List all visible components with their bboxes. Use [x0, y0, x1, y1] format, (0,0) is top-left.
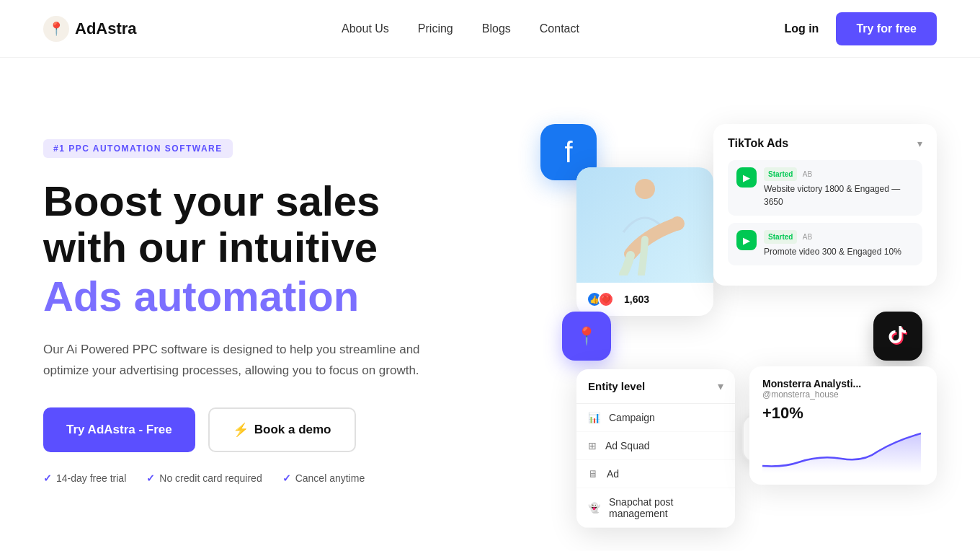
svg-point-1	[670, 216, 685, 231]
analytics-chart	[762, 430, 924, 473]
entity-label: Entity level	[588, 380, 645, 392]
tiktok-badge-started-2: Started	[764, 230, 797, 244]
hero-section: #1 PPC AUTOMATION SOFTWARE Boost your sa…	[0, 58, 980, 551]
hero-title-line1: Boost your sales	[43, 177, 380, 224]
tiktok-row-1-icon: ▶	[736, 167, 757, 188]
analytics-growth: +10%	[762, 404, 924, 423]
tiktok-row-2-icon: ▶	[736, 230, 757, 250]
reaction-heart: ❤️	[598, 291, 614, 307]
entity-chevron-icon: ▾	[718, 379, 723, 393]
check-cancel-text: Cancel anytime	[295, 472, 365, 484]
tiktok-badge-ab-1: AB	[803, 170, 812, 178]
entity-ad-label: Ad	[607, 468, 619, 480]
try-adastra-button[interactable]: Try AdAstra - Free	[43, 407, 195, 452]
hero-title-accent: Ads automation	[43, 273, 476, 319]
hero-buttons: Try AdAstra - Free ⚡ Book a demo	[43, 407, 476, 452]
social-fitness-card: 👍 ❤️ 1,603	[576, 167, 713, 316]
svg-point-0	[635, 179, 655, 199]
chart-svg	[762, 430, 921, 473]
adastra-pin-icon: 📍	[576, 326, 597, 346]
fitness-svg	[602, 175, 688, 276]
login-link[interactable]: Log in	[784, 22, 819, 35]
check-cancel: ✓ Cancel anytime	[282, 472, 365, 484]
check-trial: ✓ 14-day free trial	[43, 472, 126, 484]
tiktok-row-2-text: Started AB Promote video 300 & Engaged 1…	[764, 230, 901, 258]
tiktok-icon-card	[873, 312, 922, 361]
entity-adsquad-label: Ad Squad	[605, 440, 650, 451]
hero-title-line2: with our intuitive	[43, 224, 378, 270]
snapchat-icon: 👻	[588, 502, 600, 513]
navbar: 📍 AdAstra About Us Pricing Blogs Contact…	[0, 0, 980, 58]
lightning-icon: ⚡	[233, 422, 249, 438]
hero-description: Our Ai Powered PPC software is designed …	[43, 340, 432, 382]
fitness-image	[576, 167, 713, 283]
analytics-card: Monsterra Analysti... @monsterra_house +…	[749, 366, 937, 485]
ad-icon: 🖥	[588, 468, 598, 480]
check-no-card-text: No credit card required	[159, 472, 262, 484]
entity-item-adsquad[interactable]: ⊞ Ad Squad	[576, 432, 735, 460]
analytics-handle: @monsterra_house	[762, 389, 924, 400]
tiktok-title: TikTok Ads	[728, 137, 788, 150]
adsquad-icon: ⊞	[588, 440, 597, 451]
tiktok-icon-svg	[884, 322, 912, 350]
logo-icon: 📍	[43, 16, 69, 42]
hero-content: #1 PPC AUTOMATION SOFTWARE Boost your sa…	[43, 139, 476, 483]
hero-title: Boost your sales with our intuitive Ads …	[43, 178, 476, 319]
nav-pricing[interactable]: Pricing	[418, 22, 453, 35]
entity-item-ad[interactable]: 🖥 Ad	[576, 460, 735, 488]
logo-text: AdAstra	[75, 19, 137, 38]
tiktok-panel: TikTok Ads ▾ ▶ Started AB Website victor…	[713, 124, 937, 286]
book-demo-button[interactable]: ⚡ Book a demo	[208, 407, 356, 452]
tiktok-row-2-desc: Promote video 300 & Engaged 10%	[764, 247, 901, 257]
tiktok-row-1-text: Started AB Website victory 1800 & Engage…	[764, 167, 914, 208]
tiktok-row-1-desc: Website victory 1800 & Engaged — 3650	[764, 184, 900, 207]
analytics-header: Monsterra Analysti... @monsterra_house	[762, 378, 924, 400]
tiktok-badge-started-1: Started	[764, 167, 797, 181]
hero-badge: #1 PPC AUTOMATION SOFTWARE	[43, 139, 233, 158]
reaction-icons: 👍 ❤️	[587, 291, 614, 307]
entity-snapchat-label: Snapchat post management	[609, 496, 723, 519]
nav-about[interactable]: About Us	[342, 22, 389, 35]
logo[interactable]: 📍 AdAstra	[43, 16, 137, 42]
tiktok-header: TikTok Ads ▾	[728, 137, 922, 150]
entity-dropdown-header: Entity level ▾	[576, 369, 735, 404]
try-free-button[interactable]: Try for free	[836, 12, 937, 45]
tiktok-row-2: ▶ Started AB Promote video 300 & Engaged…	[728, 223, 922, 265]
tiktok-row-1: ▶ Started AB Website victory 1800 & Enga…	[728, 160, 922, 216]
tiktok-badge-ab-2: AB	[803, 233, 812, 241]
social-count: 1,603	[624, 294, 649, 305]
nav-contact[interactable]: Contact	[540, 22, 579, 35]
tiktok-chevron-icon: ▾	[917, 138, 922, 149]
entity-item-snapchat[interactable]: 👻 Snapchat post management	[576, 488, 735, 528]
nav-actions: Log in Try for free	[784, 12, 937, 45]
campaign-icon: 📊	[588, 412, 600, 423]
check-icon-2: ✓	[146, 472, 155, 484]
check-icon-1: ✓	[43, 472, 52, 484]
check-trial-text: 14-day free trial	[56, 472, 126, 484]
entity-item-campaign[interactable]: 📊 Campaign	[576, 404, 735, 432]
entity-dropdown[interactable]: Entity level ▾ 📊 Campaign ⊞ Ad Squad 🖥 A…	[576, 369, 735, 528]
hero-trust-badges: ✓ 14-day free trial ✓ No credit card req…	[43, 472, 476, 484]
check-icon-3: ✓	[282, 472, 291, 484]
hero-illustration: f 👍 ❤️ 1,603	[504, 124, 937, 499]
check-no-card: ✓ No credit card required	[146, 472, 262, 484]
adastra-icon-card: 📍	[562, 312, 611, 361]
book-demo-label: Book a demo	[254, 423, 331, 437]
nav-blogs[interactable]: Blogs	[482, 22, 511, 35]
analytics-brand: Monsterra Analysti...	[762, 378, 924, 389]
entity-campaign-label: Campaign	[609, 412, 655, 423]
nav-links: About Us Pricing Blogs Contact	[342, 22, 579, 35]
facebook-icon: f	[564, 136, 572, 169]
